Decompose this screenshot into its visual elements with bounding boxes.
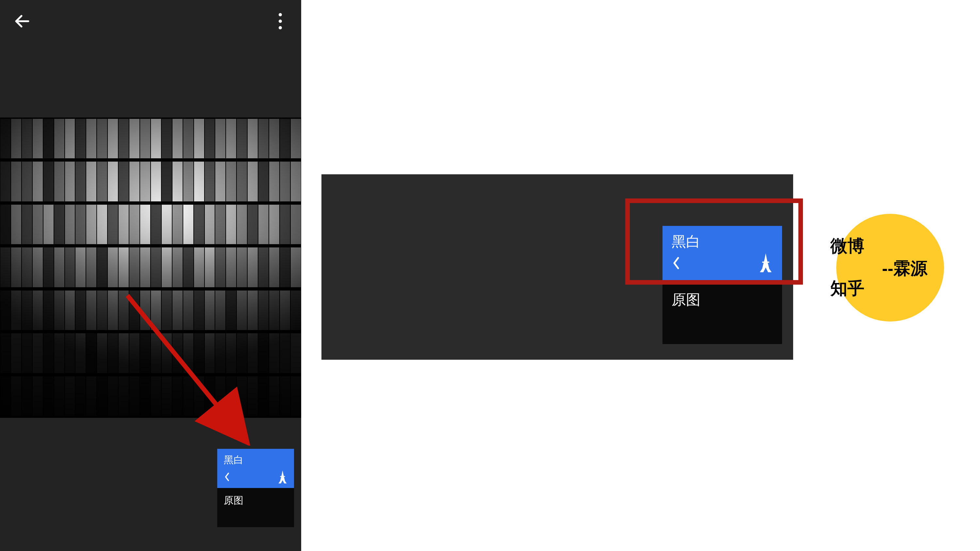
filter-tile-original[interactable]: 原图	[217, 488, 294, 527]
zoom-callout-panel: 黑白 原图	[321, 174, 793, 360]
filter-tiles: 黑白 原图	[217, 449, 294, 527]
zoom-filter-tiles: 黑白 原图	[662, 226, 782, 344]
phone-editor-screen: 黑白 原图	[0, 0, 301, 551]
author-badge-tags: 微博 知乎	[830, 235, 864, 319]
filter-tile-label: 黑白	[671, 233, 773, 250]
filter-tile-label: 黑白	[224, 454, 288, 466]
svg-rect-0	[280, 476, 285, 477]
svg-rect-2	[762, 262, 769, 263]
zoom-filter-tile-black-white[interactable]: 黑白	[662, 226, 782, 282]
zoom-filter-tile-original[interactable]: 原图	[662, 282, 782, 344]
bookshelf-image	[0, 118, 301, 418]
back-arrow-icon[interactable]	[13, 12, 31, 30]
eiffel-tower-icon	[759, 253, 773, 276]
filter-tile-black-white[interactable]: 黑白	[217, 449, 294, 488]
author-badge-name: --霖源	[882, 257, 928, 280]
badge-tag-zhihu: 知乎	[830, 278, 864, 300]
more-options-icon[interactable]	[274, 11, 287, 31]
badge-tag-weibo: 微博	[830, 235, 864, 257]
eiffel-tower-icon	[278, 470, 288, 483]
filter-tile-label: 原图	[224, 494, 243, 506]
filter-tile-label: 原图	[671, 291, 700, 308]
chevron-left-icon	[671, 256, 681, 273]
photo-preview[interactable]	[0, 118, 301, 418]
chevron-left-icon	[224, 472, 230, 481]
phone-topbar	[0, 0, 301, 43]
